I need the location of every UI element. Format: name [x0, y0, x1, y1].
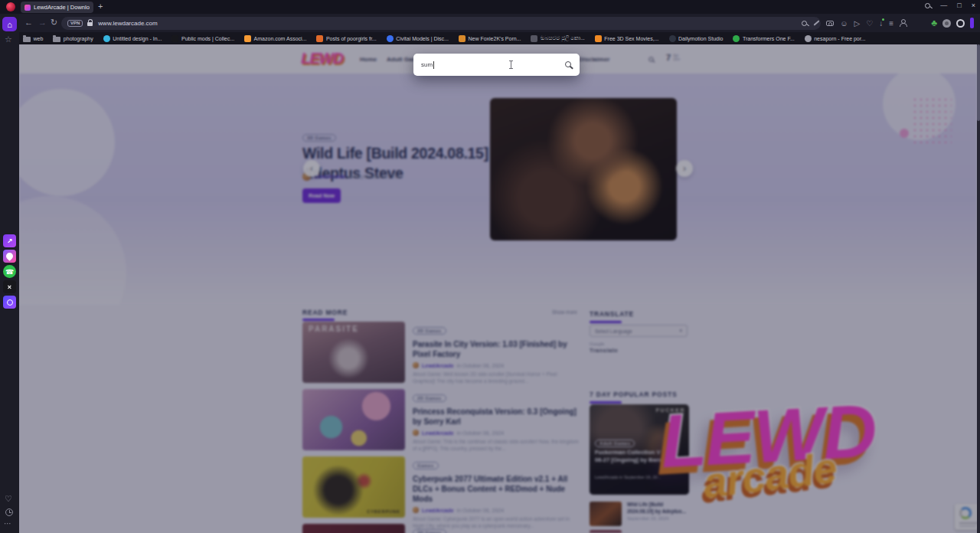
history-clock-icon[interactable]: [5, 508, 13, 516]
browser-tab[interactable]: LewdArcade | Download |: [21, 2, 93, 13]
bookmark-label: photography: [64, 36, 93, 41]
reader-icon[interactable]: ☺: [840, 19, 848, 28]
bookmark-label: Dailymotion Studio: [678, 36, 723, 41]
bookmark-item[interactable]: ඔබසටම ජුලි කො...: [531, 35, 584, 42]
bookmarks-bar: web photography Untitled design - In... …: [0, 32, 980, 44]
downloads-icon[interactable]: ↓: [879, 19, 883, 28]
bookmark-item[interactable]: Transformers One F...: [733, 35, 794, 42]
bookmark-favicon: [316, 35, 323, 42]
bookmark-item[interactable]: New Foxie2K's Porn...: [459, 35, 521, 42]
titlebar: LewdArcade | Download | + — □ ×: [0, 0, 980, 14]
url-bar[interactable]: VPN www.lewdarcade.com: [61, 17, 821, 30]
instagram-icon[interactable]: ↗: [3, 234, 16, 247]
bookmark-favicon: [103, 35, 110, 42]
sidebar-menu-icon[interactable]: ≡: [889, 19, 893, 28]
bookmark-favicon: [244, 35, 251, 42]
star-icon[interactable]: ☆: [5, 34, 12, 44]
reload-icon[interactable]: ↻: [51, 18, 57, 28]
bookmark-item[interactable]: Free 3D Sex Movies,...: [595, 35, 659, 42]
tab-favicon: [24, 5, 31, 11]
url-text[interactable]: www.lewdarcade.com: [98, 20, 157, 27]
favorites-icon[interactable]: ♡: [866, 19, 873, 28]
find-icon[interactable]: [802, 21, 807, 26]
lock-icon: [87, 22, 93, 26]
bookmark-label: New Foxie2K's Porn...: [468, 36, 521, 41]
bookmark-item[interactable]: Civitai Models | Disc...: [387, 35, 449, 42]
page-viewport: LEWD Home Adult Games Disclaimer 7 Apr22…: [19, 44, 977, 533]
search-input[interactable]: sum: [421, 61, 433, 68]
facebook-glyph: [7, 299, 13, 306]
favorites-heart-icon[interactable]: ♡: [5, 494, 12, 504]
more-options-icon[interactable]: ⋯: [4, 519, 11, 528]
bookmark-favicon: [805, 35, 812, 42]
bookmark-item[interactable]: Public mods | Collec...: [172, 35, 234, 42]
close-button[interactable]: ×: [972, 2, 975, 9]
bookmark-label: Civitai Models | Disc...: [396, 36, 449, 41]
bookmark-web[interactable]: web: [23, 35, 43, 42]
bookmark-favicon: [172, 35, 178, 42]
bookmark-item[interactable]: Amazon.com Associ...: [244, 35, 306, 42]
messenger-icon[interactable]: [3, 250, 16, 263]
ibeam-cursor: [511, 60, 511, 69]
bookmark-favicon: [733, 35, 740, 42]
extension-darkmode-icon[interactable]: [942, 19, 951, 28]
new-tab-button[interactable]: +: [98, 2, 103, 11]
screenshot-icon[interactable]: [826, 21, 834, 26]
folder-icon: [53, 37, 60, 42]
play-icon[interactable]: ▷: [854, 19, 860, 28]
facebook-icon[interactable]: [3, 296, 16, 309]
home-icon[interactable]: ⌂: [2, 17, 17, 31]
bookmark-item[interactable]: Posts of poorgirls fr...: [316, 35, 376, 42]
minimize-button[interactable]: —: [940, 2, 947, 9]
bookmark-label: web: [34, 36, 44, 41]
account-icon[interactable]: [900, 19, 906, 27]
folder-icon: [23, 37, 31, 42]
bookmark-label: Untitled design - In...: [113, 36, 162, 41]
bookmark-favicon: [595, 35, 602, 42]
text-caret: [433, 61, 434, 69]
bookmark-favicon: [669, 35, 676, 42]
bookmark-label: ඔබසටම ජුලි කො...: [541, 35, 585, 41]
navigation-toolbar: ← → ↻ VPN www.lewdarcade.com ☺ ▷ ♡ ↓ ≡ ♣: [0, 14, 980, 32]
x-twitter-icon[interactable]: ×: [3, 280, 16, 293]
scrollbar-thumb[interactable]: [977, 44, 980, 121]
bookmark-label: Amazon.com Associ...: [254, 36, 307, 41]
left-sidebar-rail: ⌂ ☆ ↗ ☎ × ♡ ⋯: [0, 14, 19, 533]
maximize-button[interactable]: □: [957, 2, 961, 9]
bookmark-label: Free 3D Sex Movies,...: [604, 36, 658, 41]
sidebar-toggle-icon[interactable]: [970, 18, 974, 28]
bookmark-label: Transformers One F...: [743, 36, 795, 41]
bookmark-label: Posts of poorgirls fr...: [326, 36, 377, 41]
search-icon[interactable]: [565, 61, 571, 67]
bookmark-item[interactable]: Dailymotion Studio: [669, 35, 724, 42]
vpn-badge[interactable]: VPN: [67, 20, 83, 27]
bookmark-favicon: [531, 35, 537, 42]
bookmark-label: Public mods | Collec...: [181, 36, 234, 41]
quick-search-icon[interactable]: [925, 3, 930, 8]
bookmark-label: nesaporn - Free por...: [814, 36, 865, 41]
modal-dim-overlay[interactable]: [19, 44, 977, 533]
extension-privacy-icon[interactable]: [956, 19, 965, 28]
edit-icon[interactable]: [814, 20, 820, 26]
tab-title: LewdArcade | Download |: [34, 4, 90, 11]
bookmark-photography[interactable]: photography: [53, 35, 93, 42]
bookmark-favicon: [459, 35, 466, 42]
extension-adblock-icon[interactable]: ♣: [931, 18, 937, 28]
download-badge: [882, 18, 885, 21]
search-modal[interactable]: sum: [413, 54, 580, 76]
forward-button[interactable]: →: [38, 18, 47, 27]
bookmark-item[interactable]: nesaporn - Free por...: [805, 35, 866, 42]
messenger-glyph: [5, 251, 15, 261]
bookmark-item[interactable]: Untitled design - In...: [103, 35, 162, 42]
browser-logo-icon[interactable]: [6, 2, 15, 11]
bookmark-favicon: [387, 35, 394, 42]
scrollbar[interactable]: [977, 44, 980, 533]
back-button[interactable]: ←: [24, 18, 33, 27]
whatsapp-icon[interactable]: ☎: [3, 265, 16, 278]
